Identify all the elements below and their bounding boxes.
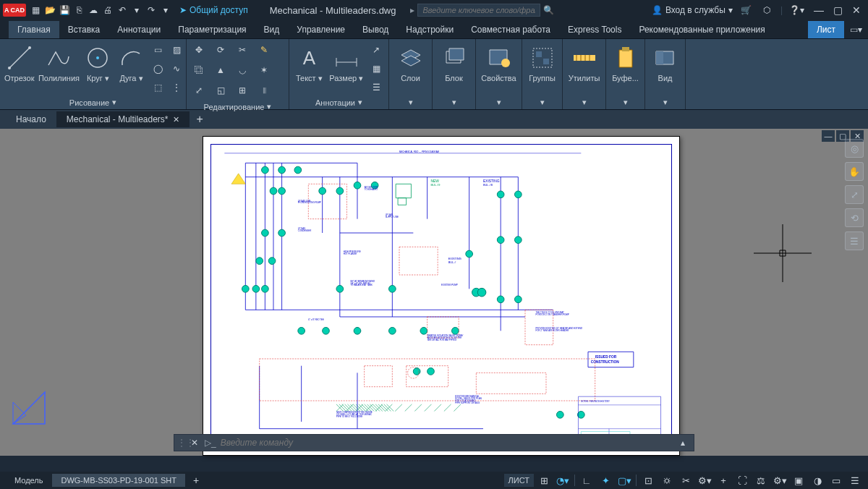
- new-icon[interactable]: ▦: [29, 4, 42, 17]
- tab-close-icon[interactable]: ✕: [173, 115, 179, 124]
- search-input[interactable]: [417, 4, 540, 17]
- stretch-icon[interactable]: ⤢: [191, 82, 207, 98]
- point-icon[interactable]: ⋮: [169, 80, 184, 95]
- grid-icon[interactable]: ⊞: [535, 472, 553, 488]
- utilities-tool[interactable]: Утилиты: [567, 42, 601, 83]
- trim-icon[interactable]: ✂: [234, 42, 250, 58]
- tab-annotate[interactable]: Аннотации: [109, 21, 169, 38]
- pan-icon[interactable]: ✋: [845, 162, 864, 181]
- redo-icon[interactable]: ↷: [145, 4, 158, 17]
- move-icon[interactable]: ✥: [191, 42, 207, 58]
- saveas-icon[interactable]: ⎘: [72, 4, 85, 17]
- ellipse-icon[interactable]: ◯: [150, 61, 166, 77]
- panel-groups-dd[interactable]: ▾: [527, 95, 558, 109]
- search-icon[interactable]: 🔍: [543, 5, 554, 15]
- maximize-button[interactable]: ▢: [829, 3, 846, 17]
- dimension-tool[interactable]: Размер ▾: [329, 42, 364, 83]
- text-tool[interactable]: A Текст ▾: [294, 42, 325, 83]
- command-input[interactable]: [221, 438, 676, 448]
- view-tool[interactable]: Вид: [650, 42, 681, 83]
- tab-add-layout[interactable]: +: [186, 472, 206, 488]
- ann-scale-icon[interactable]: ⚖: [752, 472, 770, 488]
- orbit-icon[interactable]: ⟲: [845, 208, 864, 227]
- annotation-monitor-icon[interactable]: ▣: [790, 472, 807, 488]
- tab-start[interactable]: Начало: [6, 111, 56, 127]
- cmd-handle-icon[interactable]: ⋮⋮: [177, 438, 184, 448]
- help-icon[interactable]: ❔▾: [790, 4, 803, 17]
- circle-tool[interactable]: Круг ▾: [83, 42, 112, 83]
- tab-featured[interactable]: Рекомендованные приложения: [630, 21, 773, 38]
- block-tool[interactable]: Блок: [437, 42, 471, 83]
- save-icon[interactable]: 💾: [58, 4, 71, 17]
- offset-icon[interactable]: ⫴: [256, 82, 272, 98]
- tab-output[interactable]: Вывод: [354, 21, 397, 38]
- cmd-expand-icon[interactable]: ▴: [681, 438, 691, 448]
- status-list-label[interactable]: ЛИСТ: [504, 474, 534, 487]
- tab-collab[interactable]: Совместная работа: [462, 21, 559, 38]
- signin-button[interactable]: 👤 Вход в службы ▾: [652, 5, 733, 15]
- tab-manage[interactable]: Управление: [288, 21, 354, 38]
- snap-icon[interactable]: ◔▾: [554, 472, 571, 488]
- mtext-icon[interactable]: ☰: [368, 80, 384, 95]
- properties-tool[interactable]: Свойства: [480, 42, 517, 83]
- panel-annotation-label[interactable]: Аннотации ▾: [294, 95, 384, 109]
- hatch-icon[interactable]: ▨: [169, 42, 184, 58]
- showmotion-icon[interactable]: ☰: [845, 231, 864, 250]
- polar-icon[interactable]: ✦: [597, 472, 614, 488]
- table-icon[interactable]: ▦: [368, 61, 384, 77]
- share-button[interactable]: ➤ Общий доступ: [175, 5, 252, 15]
- tab-new-button[interactable]: +: [190, 110, 210, 129]
- lineweight-icon[interactable]: ⊡: [639, 472, 657, 488]
- customize-icon[interactable]: ☰: [846, 472, 864, 488]
- mirror-icon[interactable]: ▲: [213, 62, 229, 78]
- app-badge[interactable]: A CAD: [3, 4, 26, 17]
- layers-tool[interactable]: Слои: [393, 42, 427, 83]
- leader-icon[interactable]: ↗: [368, 42, 384, 58]
- transparency-icon[interactable]: ⛭: [658, 472, 676, 488]
- undo-dd-icon[interactable]: ▾: [130, 4, 143, 17]
- tab-insert[interactable]: Вставка: [59, 21, 109, 38]
- gear-icon[interactable]: ⚙▾: [696, 472, 713, 488]
- arc-tool[interactable]: Дуга ▾: [116, 42, 145, 83]
- ribbon-minimize-button[interactable]: ▭▾: [844, 21, 868, 38]
- panel-utilities-dd[interactable]: ▾: [567, 95, 601, 109]
- plot-icon[interactable]: 🖨: [101, 4, 114, 17]
- tab-active-file[interactable]: Mechanical - Multileaders* ✕: [56, 111, 190, 127]
- tab-model[interactable]: Модель: [6, 474, 51, 487]
- autoscale-icon[interactable]: ⛶: [733, 472, 751, 488]
- clean-screen-icon[interactable]: ▭: [827, 472, 845, 488]
- zoom-extents-icon[interactable]: ⤢: [845, 185, 864, 204]
- polyline-tool[interactable]: Полилиния: [38, 42, 79, 83]
- region-icon[interactable]: ⬚: [150, 80, 166, 95]
- cart-icon[interactable]: 🛒: [740, 4, 753, 17]
- tab-parametric[interactable]: Параметризация: [169, 21, 255, 38]
- tab-express[interactable]: Express Tools: [559, 21, 630, 38]
- tab-sheet[interactable]: DWG-MB-SS03-PD-19-001 SHT: [52, 474, 185, 487]
- close-button[interactable]: ✕: [848, 3, 865, 17]
- tab-addins[interactable]: Надстройки: [397, 21, 462, 38]
- array-icon[interactable]: ⊞: [234, 82, 250, 98]
- line-tool[interactable]: Отрезок: [4, 42, 34, 83]
- redo-dd-icon[interactable]: ▾: [159, 4, 172, 17]
- erase-icon[interactable]: ✎: [256, 42, 272, 58]
- explode-icon[interactable]: ✶: [256, 62, 272, 78]
- osnap-icon[interactable]: ▢▾: [616, 472, 633, 488]
- tab-layout[interactable]: Лист: [808, 21, 844, 38]
- tab-home[interactable]: Главная: [9, 21, 59, 38]
- dw-minimize[interactable]: —: [822, 130, 835, 142]
- panel-layers-dd[interactable]: ▾: [393, 95, 427, 109]
- cmd-close-icon[interactable]: ✕: [189, 438, 200, 448]
- selection-icon[interactable]: ✂: [677, 472, 694, 488]
- drawing-area[interactable]: — ▢ ✕ MECHANICAL P&ID — PIPING DIAGRAM: [0, 129, 868, 456]
- minimize-button[interactable]: —: [810, 3, 827, 17]
- panel-properties-dd[interactable]: ▾: [480, 95, 517, 109]
- scale-icon[interactable]: ◱: [213, 82, 229, 98]
- copy-icon[interactable]: ⿻: [191, 62, 207, 78]
- isolate-icon[interactable]: ◑: [809, 472, 826, 488]
- panel-view-dd[interactable]: ▾: [650, 95, 681, 109]
- panel-draw-label[interactable]: Рисование ▾: [4, 95, 182, 109]
- tab-view[interactable]: Вид: [255, 21, 289, 38]
- plus-icon[interactable]: +: [715, 472, 732, 488]
- open-icon[interactable]: 📂: [43, 4, 56, 17]
- panel-block-dd[interactable]: ▾: [437, 95, 471, 109]
